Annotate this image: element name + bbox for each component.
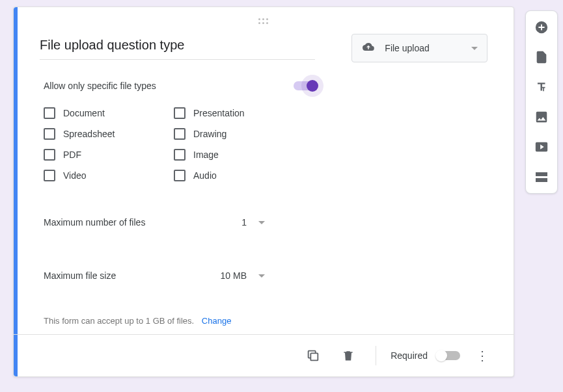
max-size-row: Maximum file size 10 MB — [44, 267, 487, 285]
header-row: File upload question type File upload — [14, 26, 514, 62]
question-type-dropdown[interactable]: File upload — [351, 34, 487, 62]
add-video-button[interactable] — [532, 137, 551, 157]
drag-icon — [258, 18, 269, 25]
question-body: Allow only specific file types Document … — [14, 62, 514, 326]
question-card: File upload question type File upload Al… — [13, 7, 514, 377]
card-footer: Required ⋮ — [14, 334, 514, 376]
filetype-presentation[interactable]: Presentation — [174, 103, 304, 124]
text-icon — [534, 80, 549, 94]
storage-text: This form can accept up to 1 GB of files… — [44, 316, 194, 326]
filetype-video[interactable]: Video — [44, 165, 174, 186]
more-options-button[interactable]: ⋮ — [469, 343, 495, 369]
duplicate-button[interactable] — [300, 343, 326, 369]
checkbox-label: Audio — [193, 170, 217, 181]
filetype-document[interactable]: Document — [44, 103, 174, 124]
chevron-down-icon — [258, 221, 265, 224]
plus-circle-icon — [534, 20, 549, 34]
max-files-label: Maximum number of files — [44, 217, 221, 228]
checkbox-label: Video — [63, 170, 87, 181]
toggle-knob — [435, 350, 447, 361]
section-icon — [536, 172, 547, 182]
max-files-row: Maximum number of files 1 — [44, 213, 487, 231]
checkbox-icon — [44, 149, 55, 161]
add-question-button[interactable] — [532, 18, 551, 37]
checkbox-icon — [44, 128, 55, 140]
filetype-drawing[interactable]: Drawing — [174, 124, 304, 144]
more-vert-icon: ⋮ — [476, 348, 489, 363]
max-files-value: 1 — [241, 217, 247, 228]
storage-note: This form can accept up to 1 GB of files… — [44, 316, 487, 326]
checkbox-icon — [174, 170, 185, 181]
max-files-dropdown[interactable]: 1 — [223, 213, 271, 231]
allow-specific-row: Allow only specific file types — [44, 81, 317, 91]
checkbox-icon — [44, 170, 55, 181]
chevron-down-icon — [258, 274, 265, 278]
add-section-button[interactable] — [532, 167, 551, 187]
type-label: File upload — [385, 43, 462, 53]
checkbox-label: Presentation — [193, 108, 245, 118]
filetypes-grid: Document Presentation Spreadsheet Drawin… — [44, 103, 487, 186]
allow-specific-label: Allow only specific file types — [44, 81, 156, 91]
filetype-pdf[interactable]: PDF — [44, 144, 174, 165]
max-size-label: Maximum file size — [44, 270, 204, 281]
checkbox-icon — [44, 107, 55, 119]
drag-handle[interactable] — [14, 7, 514, 26]
filetype-audio[interactable]: Audio — [174, 165, 304, 186]
video-icon — [534, 140, 549, 154]
checkbox-label: Spreadsheet — [63, 129, 115, 139]
filetype-spreadsheet[interactable]: Spreadsheet — [44, 124, 174, 144]
delete-button[interactable] — [335, 343, 361, 369]
svg-rect-0 — [311, 353, 318, 360]
filetype-image[interactable]: Image — [174, 144, 304, 165]
side-toolbar — [525, 10, 558, 194]
change-link[interactable]: Change — [202, 316, 232, 326]
checkbox-label: PDF — [63, 150, 81, 160]
max-size-value: 10 MB — [221, 270, 247, 281]
import-questions-button[interactable] — [532, 47, 551, 67]
cloud-upload-icon — [361, 41, 376, 55]
required-toggle[interactable] — [437, 351, 460, 360]
max-size-dropdown[interactable]: 10 MB — [206, 267, 271, 285]
required-label: Required — [391, 350, 428, 361]
checkbox-icon — [174, 128, 185, 140]
checkbox-icon — [174, 149, 185, 161]
checkbox-icon — [174, 107, 185, 119]
checkbox-label: Drawing — [193, 129, 227, 139]
import-icon — [534, 50, 549, 64]
question-title-input[interactable]: File upload question type — [40, 31, 315, 60]
divider — [376, 346, 376, 365]
checkbox-label: Document — [63, 108, 105, 118]
card-accent — [14, 7, 18, 376]
add-image-button[interactable] — [532, 107, 551, 127]
allow-specific-toggle[interactable] — [294, 81, 317, 90]
image-icon — [534, 110, 549, 124]
checkbox-label: Image — [193, 150, 219, 160]
add-title-button[interactable] — [532, 77, 551, 97]
chevron-down-icon — [471, 47, 478, 50]
toggle-knob — [307, 80, 318, 92]
